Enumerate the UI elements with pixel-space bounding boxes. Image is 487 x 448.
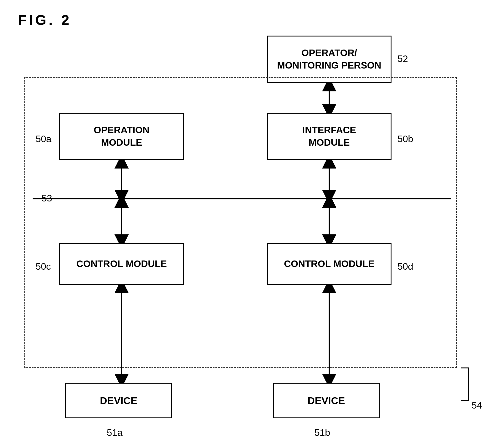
ref-53: 53	[42, 193, 52, 204]
ref-51b: 51b	[314, 427, 330, 438]
operation-module-line1: OPERATION	[94, 124, 149, 136]
operation-module-line2: MODULE	[101, 136, 142, 149]
diagram-container: FIG. 2	[0, 0, 487, 448]
ref-50c: 50c	[36, 261, 51, 272]
interface-module-box: INTERFACE MODULE	[267, 113, 391, 160]
figure-title: FIG. 2	[18, 12, 71, 28]
operator-label-line2: MONITORING PERSON	[277, 59, 381, 72]
operator-box: OPERATOR/ MONITORING PERSON	[267, 36, 391, 83]
operator-label-line1: OPERATOR/	[301, 47, 357, 59]
device-right-label: DEVICE	[308, 394, 345, 407]
control-module-left-box: CONTROL MODULE	[59, 243, 184, 285]
ref-51a: 51a	[107, 427, 122, 438]
control-module-right-label: CONTROL MODULE	[284, 258, 374, 270]
control-module-right-box: CONTROL MODULE	[267, 243, 391, 285]
device-left-label: DEVICE	[100, 394, 138, 407]
control-module-left-label: CONTROL MODULE	[76, 258, 167, 270]
ref-52: 52	[397, 53, 408, 64]
operation-module-box: OPERATION MODULE	[59, 113, 184, 160]
ref-50a: 50a	[36, 134, 51, 144]
interface-module-line1: INTERFACE	[302, 124, 356, 136]
ref-50b: 50b	[397, 134, 413, 144]
ref-54: 54	[472, 400, 482, 411]
device-left-box: DEVICE	[65, 383, 172, 418]
interface-module-line2: MODULE	[309, 136, 350, 149]
device-right-box: DEVICE	[273, 383, 380, 418]
ref-50d: 50d	[397, 261, 413, 272]
